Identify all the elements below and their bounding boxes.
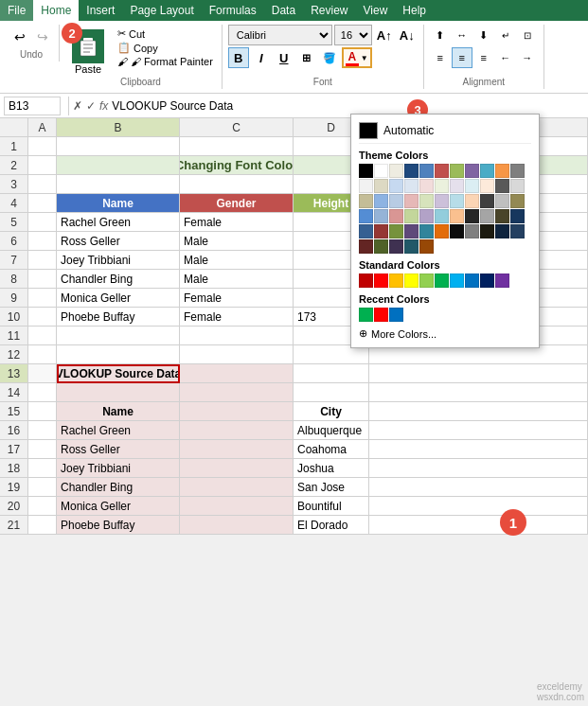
formula-input[interactable]: VLOOKUP Source Data: [112, 99, 584, 113]
cell-B1[interactable]: [57, 137, 180, 156]
cell-A4[interactable]: [28, 194, 57, 213]
wrap-text-button[interactable]: ↵: [495, 25, 516, 45]
color-swatch[interactable]: [389, 164, 403, 178]
color-swatch[interactable]: [419, 239, 434, 254]
row-header-7[interactable]: 7: [0, 251, 28, 270]
color-swatch[interactable]: [510, 179, 525, 193]
cell-E20[interactable]: [369, 497, 588, 516]
color-swatch[interactable]: [359, 209, 373, 223]
cell-C15[interactable]: [180, 402, 294, 421]
menu-data[interactable]: Data: [264, 0, 303, 21]
row-header-12[interactable]: 12: [0, 345, 28, 364]
confirm-formula-icon[interactable]: ✓: [86, 99, 96, 113]
cut-button[interactable]: ✂ Cut: [115, 26, 216, 41]
cancel-formula-icon[interactable]: ✗: [73, 99, 82, 113]
color-swatch[interactable]: [495, 164, 509, 178]
cell-B19[interactable]: Chandler Bing: [57, 478, 180, 497]
cell-E19[interactable]: [369, 478, 588, 497]
decrease-font-button[interactable]: A↓: [397, 25, 418, 45]
cell-B15[interactable]: Name: [57, 402, 180, 421]
color-swatch[interactable]: [480, 224, 494, 238]
color-swatch[interactable]: [465, 274, 479, 288]
color-swatch[interactable]: [419, 164, 434, 178]
cell-B11[interactable]: [57, 327, 180, 345]
font-name-select[interactable]: Calibri: [228, 25, 332, 45]
color-swatch[interactable]: [389, 209, 403, 223]
color-swatch[interactable]: [359, 308, 373, 322]
align-top-button[interactable]: ⬆: [430, 25, 451, 45]
cell-A13[interactable]: [28, 364, 57, 383]
cell-B8[interactable]: Chandler Bing: [57, 270, 180, 289]
color-swatch[interactable]: [374, 194, 388, 208]
color-swatch[interactable]: [359, 179, 373, 193]
decrease-indent-button[interactable]: ←: [495, 47, 516, 68]
row-header-9[interactable]: 9: [0, 289, 28, 308]
cell-C3[interactable]: [180, 175, 294, 194]
align-left-button[interactable]: ≡: [430, 47, 451, 68]
cell-A5[interactable]: [28, 213, 57, 232]
cell-B3[interactable]: [57, 175, 180, 194]
cell-A12[interactable]: [28, 345, 57, 364]
menu-help[interactable]: Help: [395, 0, 434, 21]
increase-font-button[interactable]: A↑: [374, 25, 395, 45]
cell-B9[interactable]: Monica Geller: [57, 289, 180, 308]
cell-C2[interactable]: Changing Font Color: [180, 156, 294, 175]
color-swatch[interactable]: [510, 209, 525, 223]
cell-C5[interactable]: Female: [180, 213, 294, 232]
row-header-11[interactable]: 11: [0, 327, 28, 345]
cell-D21[interactable]: El Dorado: [294, 516, 369, 535]
row-header-2[interactable]: 2: [0, 156, 28, 175]
color-swatch[interactable]: [435, 179, 449, 193]
cell-A2[interactable]: [28, 156, 57, 175]
color-swatch[interactable]: [374, 274, 388, 288]
color-swatch[interactable]: [510, 194, 525, 208]
cell-B17[interactable]: Ross Geller: [57, 440, 180, 459]
menu-page-layout[interactable]: Page Layout: [122, 0, 201, 21]
color-swatch[interactable]: [404, 194, 419, 208]
color-swatch[interactable]: [419, 194, 434, 208]
cell-C11[interactable]: [180, 327, 294, 345]
cell-E21[interactable]: [369, 516, 588, 535]
cell-B10[interactable]: Phoebe Buffay: [57, 308, 180, 327]
cell-C17[interactable]: [180, 440, 294, 459]
cell-D18[interactable]: Joshua: [294, 459, 369, 478]
italic-button[interactable]: I: [251, 47, 272, 68]
cell-C9[interactable]: Female: [180, 289, 294, 308]
cell-A8[interactable]: [28, 270, 57, 289]
color-swatch[interactable]: [389, 274, 403, 288]
cell-C20[interactable]: [180, 497, 294, 516]
automatic-label[interactable]: Automatic: [383, 124, 434, 137]
align-bottom-button[interactable]: ⬇: [473, 25, 494, 45]
cell-E16[interactable]: [369, 421, 588, 440]
cell-C16[interactable]: [180, 421, 294, 440]
cell-C7[interactable]: Male: [180, 251, 294, 270]
row-header-21[interactable]: 21: [0, 516, 28, 535]
cell-A21[interactable]: [28, 516, 57, 535]
cell-E14[interactable]: [369, 383, 588, 402]
color-swatch[interactable]: [450, 179, 464, 193]
color-swatch[interactable]: [389, 224, 403, 238]
cell-D15[interactable]: City: [294, 402, 369, 421]
row-header-14[interactable]: 14: [0, 383, 28, 402]
row-header-1[interactable]: 1: [0, 137, 28, 156]
cell-C19[interactable]: [180, 478, 294, 497]
font-color-button[interactable]: A ▼: [342, 47, 372, 68]
color-swatch[interactable]: [480, 274, 494, 288]
merge-button[interactable]: ⊡: [517, 25, 538, 45]
row-header-8[interactable]: 8: [0, 270, 28, 289]
color-swatch[interactable]: [404, 179, 419, 193]
cell-D16[interactable]: Albuquerque: [294, 421, 369, 440]
row-header-10[interactable]: 10: [0, 308, 28, 327]
color-swatch[interactable]: [374, 239, 388, 254]
color-swatch[interactable]: [450, 164, 464, 178]
cell-C8[interactable]: Male: [180, 270, 294, 289]
align-right-button[interactable]: ≡: [473, 47, 494, 68]
cell-B5[interactable]: Rachel Green: [57, 213, 180, 232]
row-header-15[interactable]: 15: [0, 402, 28, 421]
cell-A1[interactable]: [28, 137, 57, 156]
col-header-C[interactable]: C: [180, 118, 294, 137]
color-swatch[interactable]: [374, 308, 388, 322]
row-header-16[interactable]: 16: [0, 421, 28, 440]
cell-A14[interactable]: [28, 383, 57, 402]
cell-C13[interactable]: [180, 364, 294, 383]
